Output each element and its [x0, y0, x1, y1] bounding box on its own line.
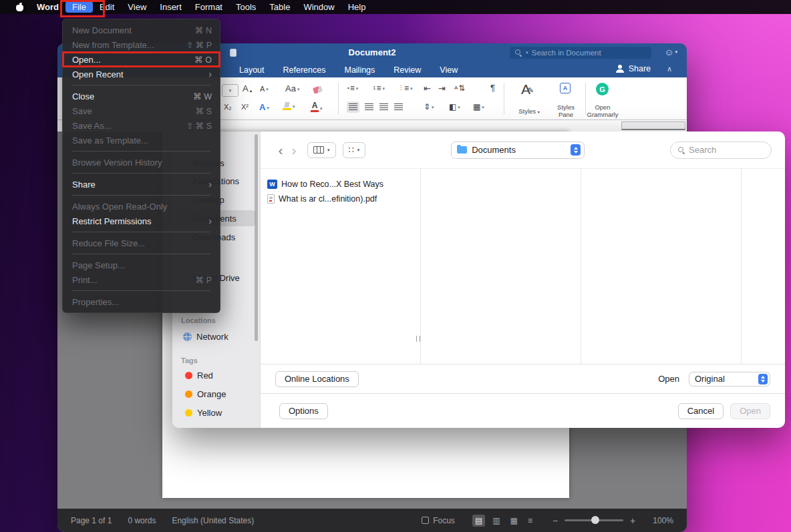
sidebar-tag-yellow[interactable]: Yellow	[176, 405, 256, 421]
chevron-down-icon: ▾	[327, 148, 330, 153]
ribbon-collapse-icon[interactable]: ∧	[667, 65, 672, 73]
menu-item-reduce-file-size: Reduce File Size...	[63, 236, 220, 250]
bullets-button[interactable]: •≡▾	[347, 84, 358, 92]
superscript-button[interactable]: X²	[241, 103, 249, 111]
eraser-icon	[313, 85, 323, 94]
menubar-item-tools[interactable]: Tools	[229, 1, 263, 13]
zoom-slider-knob[interactable]	[591, 516, 599, 524]
sidebar-tag-partial[interactable]	[176, 423, 256, 428]
forward-button[interactable]: ›	[287, 142, 301, 158]
sort-button[interactable]: A⇅	[454, 84, 465, 92]
sidebar-tag-red[interactable]: Red	[176, 367, 256, 383]
menubar-item-view[interactable]: View	[121, 1, 153, 13]
menubar-item-table[interactable]: Table	[263, 1, 297, 13]
tab-view[interactable]: View	[440, 65, 458, 75]
columns-icon	[313, 146, 324, 154]
document-search-field[interactable]: ▾ Search in Document	[510, 47, 651, 59]
menu-separator	[72, 290, 210, 291]
change-case-button[interactable]: Aa▾	[285, 84, 299, 93]
green-tag-icon	[185, 428, 192, 429]
file-row[interactable]: What is ar cl...efinition).pdf	[261, 192, 420, 206]
yellow-tag-icon	[185, 409, 192, 417]
feedback-smiley-icon[interactable]: ☺▾	[664, 47, 677, 57]
justify-button[interactable]	[394, 103, 403, 111]
zoom-controls: − +	[552, 515, 635, 526]
file-browser-columns: W How to Reco...X Best Ways What is ar c…	[261, 169, 785, 364]
share-label: Share	[629, 64, 651, 73]
back-button[interactable]: ‹	[274, 142, 287, 158]
share-button[interactable]: Share	[616, 64, 651, 73]
sidebar-item-network[interactable]: Network	[176, 328, 256, 344]
focus-button[interactable]: Focus	[422, 516, 455, 525]
line-spacing-button[interactable]: ⇕▾	[424, 103, 434, 111]
page-indicator[interactable]: Page 1 of 1	[71, 516, 112, 525]
menu-item-close[interactable]: Close ⌘ W	[63, 89, 220, 103]
styles-pane-button[interactable]: A	[560, 83, 571, 93]
sidebar-scrollbar[interactable]	[255, 134, 258, 341]
web-layout-view-button[interactable]: ▥	[490, 515, 502, 527]
align-center-button[interactable]	[365, 103, 373, 111]
language-indicator[interactable]: English (United States)	[172, 516, 254, 525]
zoom-slider[interactable]	[565, 519, 623, 521]
clear-formatting-button[interactable]	[313, 87, 322, 93]
menubar-item-window[interactable]: Window	[297, 1, 341, 13]
column-view-button[interactable]: ▾	[307, 142, 336, 158]
shading-button[interactable]: ◧▾	[449, 103, 460, 111]
group-view-button[interactable]: ∷ ▾	[343, 142, 366, 158]
decrease-indent-button[interactable]: ⇤	[424, 84, 431, 93]
sidebar-tags-header: Tags	[181, 356, 198, 364]
numbering-button[interactable]: 1≡▾	[373, 84, 385, 92]
font-size-combo[interactable]: ▾	[222, 84, 239, 97]
align-right-icon	[379, 103, 388, 111]
borders-button[interactable]: ▦▾	[473, 103, 484, 111]
multilevel-list-button[interactable]: ⋮≡▾	[398, 84, 413, 92]
highlight-color-button[interactable]: ▾	[283, 102, 295, 110]
menubar-item-insert[interactable]: Insert	[153, 1, 188, 13]
sidebar-tag-orange[interactable]: Orange	[176, 386, 256, 402]
annotation-box-file	[60, 0, 105, 17]
grammarly-button[interactable]: G	[596, 83, 609, 95]
pdf-icon	[267, 194, 275, 204]
file-row[interactable]: W How to Reco...X Best Ways	[261, 177, 420, 192]
styles-gallery-button[interactable]: A✎	[521, 81, 536, 97]
open-format-dropdown[interactable]: Original	[689, 372, 770, 386]
collapsed-panel[interactable]	[621, 121, 685, 130]
increase-indent-button[interactable]: ⇥	[438, 84, 446, 93]
menu-item-share[interactable]: Share ›	[63, 177, 220, 192]
subscript-button[interactable]: X₂	[224, 103, 232, 111]
print-layout-view-button[interactable]: ▤	[472, 515, 485, 527]
menu-bar: Word File Edit View Insert Format Tools …	[0, 0, 791, 14]
location-dropdown[interactable]: Documents	[451, 142, 585, 159]
tab-layout[interactable]: Layout	[239, 65, 265, 75]
tab-review[interactable]: Review	[393, 65, 421, 75]
menu-item-open[interactable]: Open... ⌘ O	[63, 52, 220, 67]
menubar-item-help[interactable]: Help	[341, 1, 373, 13]
draft-view-button[interactable]: ≡	[525, 515, 535, 527]
column-resize-handle[interactable]	[416, 336, 420, 342]
apple-menu[interactable]	[9, 3, 30, 11]
tab-mailings[interactable]: Mailings	[344, 65, 375, 75]
cancel-button[interactable]: Cancel	[678, 403, 724, 419]
zoom-in-button[interactable]: +	[630, 515, 635, 526]
zoom-out-button[interactable]: −	[552, 515, 558, 526]
dialog-footer-actions: Options Cancel Open	[261, 393, 785, 428]
menu-item-open-recent[interactable]: Open Recent ›	[63, 67, 220, 81]
online-locations-button[interactable]: Online Locations	[275, 371, 359, 387]
options-button[interactable]: Options	[279, 403, 328, 419]
align-left-icon	[349, 103, 357, 111]
menu-item-restrict-permissions[interactable]: Restrict Permissions ›	[63, 214, 220, 228]
word-count[interactable]: 0 words	[128, 516, 156, 525]
tab-references[interactable]: References	[283, 65, 326, 75]
align-right-button[interactable]	[379, 103, 388, 111]
shrink-font-button[interactable]: A▾	[260, 85, 269, 93]
font-color-button[interactable]: A▾	[311, 101, 323, 112]
outline-view-button[interactable]: ▦	[508, 515, 520, 527]
dialog-search-field[interactable]: Search	[670, 142, 772, 159]
show-paragraph-marks-button[interactable]: ¶	[490, 83, 495, 92]
chevron-down-icon: ▾	[357, 148, 360, 153]
zoom-level[interactable]: 100%	[653, 516, 673, 525]
menubar-item-format[interactable]: Format	[188, 1, 229, 13]
align-left-button[interactable]	[347, 101, 359, 113]
text-effects-button[interactable]: A▾	[259, 103, 269, 111]
grow-font-button[interactable]: A▴	[243, 84, 252, 93]
